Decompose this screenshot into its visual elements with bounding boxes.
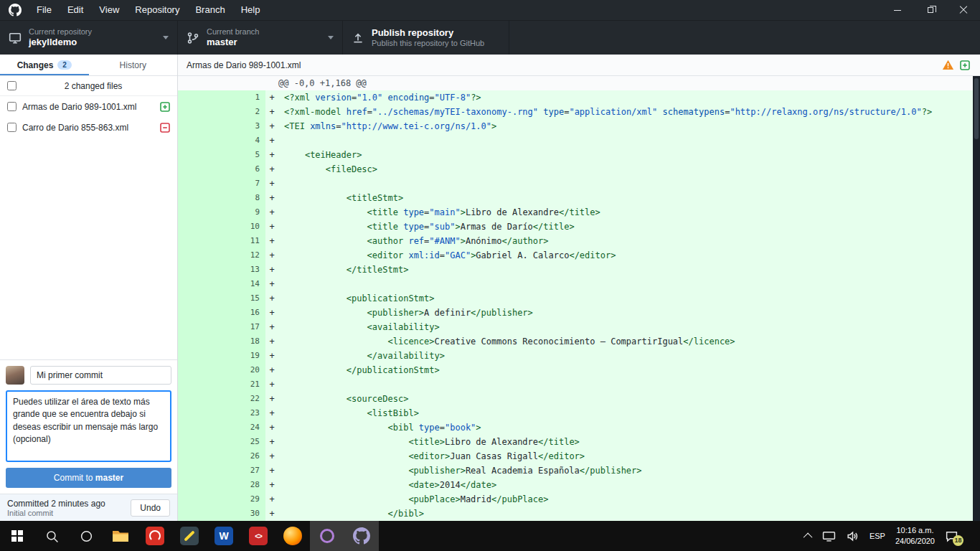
acrobat-button[interactable]	[138, 521, 172, 551]
computer-icon	[9, 32, 22, 44]
diff-line[interactable]: 3+<TEI xmlns="http://www.tei-c.org/ns/1.…	[178, 119, 973, 133]
diff-line[interactable]: 8+ <titleStmt>	[178, 191, 973, 205]
file-row[interactable]: Carro de Dario 855-863.xml	[0, 117, 177, 138]
commit-button[interactable]: Commit to master	[6, 468, 171, 488]
file-explorer-button[interactable]	[103, 521, 138, 551]
tab-changes-label: Changes	[17, 60, 54, 70]
diff-line[interactable]: 1+<?xml version="1.0" encoding="UTF-8"?>	[178, 90, 973, 105]
old-line-number	[178, 105, 221, 119]
cortana-button[interactable]	[69, 521, 103, 551]
code-text: <publisher>Real Academia Española</publi…	[278, 463, 642, 478]
diff-line[interactable]: 30+ </bibl>	[178, 507, 973, 521]
committed-time-text: Committed 2 minutes ago	[7, 499, 105, 509]
commit-button-prefix: Commit to	[54, 473, 93, 483]
diff-line[interactable]: 12+ <editor xml:id="GAC">Gabriel A. Cala…	[178, 248, 973, 263]
word-icon: W	[215, 527, 233, 545]
tab-history[interactable]: History	[89, 55, 178, 75]
code-text: <TEI xmlns="http://www.tei-c.org/ns/1.0"…	[278, 119, 496, 133]
oxygen-button[interactable]: <>	[241, 521, 275, 551]
branch-label: Current branch	[207, 27, 259, 37]
menu-repository[interactable]: Repository	[127, 0, 187, 20]
menu-branch[interactable]: Branch	[187, 0, 232, 20]
editor-button[interactable]	[172, 521, 207, 551]
code-text: <editor>Juan Casas Rigall</editor>	[278, 449, 585, 463]
diff-line[interactable]: 11+ <author ref="#ANM">Anónimo</author>	[178, 234, 973, 248]
git-branch-icon	[187, 32, 199, 44]
diff-add-marker: +	[265, 234, 278, 248]
diff-line[interactable]: 4+	[178, 133, 973, 148]
commit-description-textarea[interactable]: Puedes utilizar el área de texto más gra…	[6, 390, 171, 462]
diff-line[interactable]: 19+ </availability>	[178, 349, 973, 363]
menu-file[interactable]: File	[29, 0, 60, 20]
word-button[interactable]: W	[207, 521, 241, 551]
diff-line[interactable]: 2+<?xml-model href="../schemas/myTEI-tax…	[178, 105, 973, 119]
diff-line[interactable]: 22+ <sourceDesc>	[178, 392, 973, 406]
diff-line[interactable]: 13+ </titleStmt>	[178, 263, 973, 277]
volume-icon[interactable]	[846, 529, 859, 543]
search-button[interactable]	[34, 521, 69, 551]
diff-scrollbar[interactable]	[973, 76, 980, 521]
diff-line[interactable]: 15+ <publicationStmt>	[178, 291, 973, 306]
current-branch-button[interactable]: Current branch master	[178, 21, 343, 55]
diff-add-marker: +	[265, 277, 278, 291]
diff-line[interactable]: 9+ <title type="main">Libro de Alexandre…	[178, 205, 973, 220]
diff-line[interactable]: 26+ <editor>Juan Casas Rigall</editor>	[178, 449, 973, 463]
ring-app-button[interactable]	[310, 521, 344, 551]
sidebar: Changes 2 History 2 changed files Armas …	[0, 55, 178, 521]
tray-chevron-up-icon[interactable]	[804, 532, 813, 542]
diff-line[interactable]: 6+ <fileDesc>	[178, 162, 973, 176]
diff-line[interactable]: 25+ <title>Libro de Alexandre</title>	[178, 435, 973, 449]
commit-button-branch: master	[95, 473, 123, 483]
new-line-number: 9	[221, 205, 265, 220]
language-indicator[interactable]: ESP	[870, 532, 885, 540]
diff-line[interactable]: 16+ <publisher>A definir</publisher>	[178, 306, 973, 320]
diff-line[interactable]: 29+ <pubPlace>Madrid</pubPlace>	[178, 492, 973, 507]
current-repository-button[interactable]: Current repository jekylldemo	[0, 21, 178, 55]
code-text: <listBibl>	[278, 406, 419, 420]
tab-changes[interactable]: Changes 2	[0, 55, 89, 75]
publish-repository-button[interactable]: Publish repository Publish this reposito…	[343, 21, 509, 55]
diff-panel: Armas de Dario 989-1001.xml @@ -0,0 +1,1…	[178, 55, 980, 521]
diff-line[interactable]: 14+	[178, 277, 973, 291]
diff-line[interactable]: 5+ <teiHeader>	[178, 148, 973, 162]
restore-icon	[928, 7, 933, 13]
network-icon[interactable]	[822, 529, 836, 543]
file-row[interactable]: Armas de Dario 989-1001.xml	[0, 96, 177, 117]
new-line-number: 11	[221, 234, 265, 248]
diff-line[interactable]: 17+ <availability>	[178, 320, 973, 334]
diff-line[interactable]: 21+	[178, 377, 973, 392]
undo-button[interactable]: Undo	[131, 499, 170, 517]
github-desktop-button[interactable]	[344, 521, 379, 551]
maximize-button[interactable]	[914, 0, 947, 20]
old-line-number	[178, 320, 221, 334]
old-line-number	[178, 306, 221, 320]
diff-line[interactable]: 7+	[178, 176, 973, 191]
close-button[interactable]	[947, 0, 980, 20]
menu-view[interactable]: View	[91, 0, 127, 20]
warning-triangle-icon[interactable]	[942, 60, 954, 70]
file-checkbox[interactable]	[7, 123, 17, 132]
scrollbar-thumb[interactable]	[974, 78, 979, 139]
menu-edit[interactable]: Edit	[60, 0, 91, 20]
new-line-number: 14	[221, 277, 265, 291]
search-icon	[45, 529, 59, 543]
start-button[interactable]	[0, 521, 34, 551]
clock[interactable]: 10:16 a.m. 24/06/2020	[895, 525, 935, 547]
diff-line[interactable]: 18+ <licence>Creative Commons Reconocimi…	[178, 334, 973, 349]
file-checkbox[interactable]	[7, 102, 17, 111]
action-center-button[interactable]: 18	[945, 529, 958, 543]
diff-line[interactable]: 20+ </publicationStmt>	[178, 363, 973, 377]
diff-line[interactable]: 28+ <date>2014</date>	[178, 478, 973, 492]
menu-help[interactable]: Help	[233, 0, 268, 20]
diff-line[interactable]: 23+ <listBibl>	[178, 406, 973, 420]
select-all-checkbox[interactable]	[7, 81, 17, 90]
toolbar: Current repository jekylldemo Current br…	[0, 20, 980, 55]
commit-summary-input[interactable]	[30, 366, 171, 385]
diff-line[interactable]: 24+ <bibl type="book">	[178, 420, 973, 435]
firefox-button[interactable]	[275, 521, 310, 551]
new-line-number: 19	[221, 349, 265, 363]
cortana-circle-icon	[80, 529, 93, 543]
diff-line[interactable]: 27+ <publisher>Real Academia Española</p…	[178, 463, 973, 478]
minimize-button[interactable]	[881, 0, 914, 20]
diff-line[interactable]: 10+ <title type="sub">Armas de Darío</ti…	[178, 220, 973, 234]
